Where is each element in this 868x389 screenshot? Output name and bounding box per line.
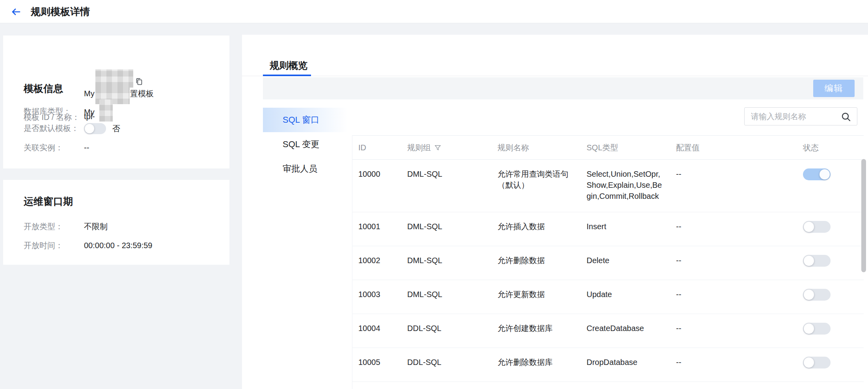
rule-status-toggle[interactable] <box>803 255 831 267</box>
default-template-toggle[interactable] <box>84 123 106 134</box>
tab-rule-overview[interactable]: 规则概览 <box>270 59 307 72</box>
menu-item[interactable]: 审批人员 <box>263 157 352 181</box>
rule-id-cell: 10000 <box>352 160 401 212</box>
rule-status-toggle[interactable] <box>803 289 831 301</box>
search-box <box>744 107 857 125</box>
page-title: 规则模板详情 <box>31 5 90 18</box>
app-header: 规则模板详情 <box>0 0 868 23</box>
sql-type-cell: AlterDatabase <box>581 382 670 389</box>
rule-name-cell: 允许插入数据 <box>492 212 581 246</box>
redacted-block <box>95 69 133 88</box>
back-arrow-icon[interactable] <box>10 6 22 18</box>
open-time-value: 00:00:00 - 23:59:59 <box>84 240 152 251</box>
sql-type-cell: DropDatabase <box>581 348 670 382</box>
rule-group-cell: DML-SQL <box>401 280 492 314</box>
rules-table: ID规则组规则名称SQL类型配置值状态 10000DML-SQL允许常用查询类语… <box>352 135 864 389</box>
config-value-cell: -- <box>670 280 797 314</box>
open-type-label: 开放类型： <box>24 221 63 232</box>
default-template-value: 否 <box>112 123 120 134</box>
table-row: 10003DML-SQL允许更新数据Update-- <box>352 280 864 314</box>
db-type-label: 数据库类型： <box>24 106 71 117</box>
rule-status-toggle[interactable] <box>803 168 831 180</box>
redacted-block <box>99 99 113 122</box>
table-row: 10001DML-SQL允许插入数据Insert-- <box>352 212 864 246</box>
status-cell <box>797 382 864 389</box>
tabs-divider <box>242 76 868 76</box>
status-cell <box>797 246 864 280</box>
config-value-cell: -- <box>670 160 797 212</box>
default-template-label: 是否默认模板： <box>24 123 79 134</box>
config-value-cell: -- <box>670 382 797 389</box>
magnifier-icon[interactable] <box>840 111 851 124</box>
edit-button[interactable]: 编辑 <box>813 80 855 97</box>
rule-name-cell: 允许常用查询类语句 （默认） <box>492 160 581 212</box>
toggle-knob <box>804 290 814 300</box>
status-cell <box>797 280 864 314</box>
table-header-row: ID规则组规则名称SQL类型配置值状态 <box>352 136 864 160</box>
instances-value: -- <box>84 142 89 153</box>
toggle-knob <box>804 256 814 266</box>
rule-group-cell: DDL-SQL <box>401 314 492 348</box>
status-cell <box>797 212 864 246</box>
sql-type-cell: Update <box>581 280 670 314</box>
rule-id-cell: 10004 <box>352 314 401 348</box>
ops-window-title: 运维窗口期 <box>24 195 73 208</box>
rule-name-cell: 允许删除数据 <box>492 246 581 280</box>
table-row: 10005DDL-SQL允许删除数据库DropDatabase-- <box>352 348 864 382</box>
toggle-knob <box>804 222 814 232</box>
column-header: SQL类型 <box>581 136 670 160</box>
status-cell <box>797 348 864 382</box>
rule-group-cell: DDL-SQL <box>401 348 492 382</box>
toggle-knob <box>804 324 814 334</box>
column-header: 规则名称 <box>492 136 581 160</box>
toolbar: 编辑 <box>263 77 863 99</box>
config-value-cell: -- <box>670 212 797 246</box>
sql-type-cell: Select,Union,SetOpr, Show,Explain,Use,Be… <box>581 160 670 212</box>
rule-id-cell: 10003 <box>352 280 401 314</box>
sql-type-cell: Insert <box>581 212 670 246</box>
config-value-cell: -- <box>670 314 797 348</box>
status-cell <box>797 160 864 212</box>
table-row: 10006DDL-SQL允许修改数据库AlterDatabase-- <box>352 382 864 389</box>
rule-status-toggle[interactable] <box>803 357 831 368</box>
open-time-label: 开放时间： <box>24 240 63 251</box>
rule-group-cell: DML-SQL <box>401 246 492 280</box>
copy-icon[interactable] <box>135 77 143 88</box>
menu-item-active[interactable]: SQL 窗口 <box>263 108 352 132</box>
template-info-panel: 模板信息 模板 ID / 名称： tpl- My 置模板 数据库类型： My 是… <box>3 36 229 168</box>
column-header: 配置值 <box>670 136 797 160</box>
rule-id-cell: 10002 <box>352 246 401 280</box>
sql-type-cell: Delete <box>581 246 670 280</box>
rules-overview-panel: 规则概览 编辑 SQL 窗口SQL 变更审批人员 ID规则组规则名称SQL类型配… <box>242 35 868 389</box>
table-row: 10002DML-SQL允许删除数据Delete-- <box>352 246 864 280</box>
rule-name-cell: 允许更新数据 <box>492 280 581 314</box>
rule-name-cell: 允许删除数据库 <box>492 348 581 382</box>
rule-status-toggle[interactable] <box>803 221 831 233</box>
search-input[interactable] <box>745 108 846 125</box>
rule-status-toggle[interactable] <box>803 323 831 335</box>
config-value-cell: -- <box>670 348 797 382</box>
rule-group-cell: DML-SQL <box>401 160 492 212</box>
table-row: 10004DDL-SQL允许创建数据库CreateDatabase-- <box>352 314 864 348</box>
toggle-knob <box>804 357 814 368</box>
rule-id-cell: 10005 <box>352 348 401 382</box>
ops-window-panel: 运维窗口期 开放类型： 不限制 开放时间： 00:00:00 - 23:59:5… <box>3 180 229 265</box>
status-cell <box>797 314 864 348</box>
table-body: 10000DML-SQL允许常用查询类语句 （默认）Select,Union,S… <box>352 160 864 389</box>
template-name-suffix: 置模板 <box>130 88 154 99</box>
rule-id-cell: 10006 <box>352 382 401 389</box>
sql-type-cell: CreateDatabase <box>581 314 670 348</box>
open-type-value: 不限制 <box>84 221 108 232</box>
column-header[interactable]: 规则组 <box>401 136 492 160</box>
menu-item[interactable]: SQL 变更 <box>263 132 352 157</box>
scrollbar-thumb[interactable] <box>861 159 866 272</box>
rule-id-cell: 10001 <box>352 212 401 246</box>
column-header: ID <box>352 136 401 160</box>
active-tab-underline <box>263 75 311 76</box>
funnel-icon <box>434 144 441 151</box>
config-value-cell: -- <box>670 246 797 280</box>
rule-group-cell: DDL-SQL <box>401 382 492 389</box>
rule-name-cell: 允许创建数据库 <box>492 314 581 348</box>
db-type-value: My <box>84 107 95 118</box>
template-name-prefix: My <box>84 88 95 99</box>
